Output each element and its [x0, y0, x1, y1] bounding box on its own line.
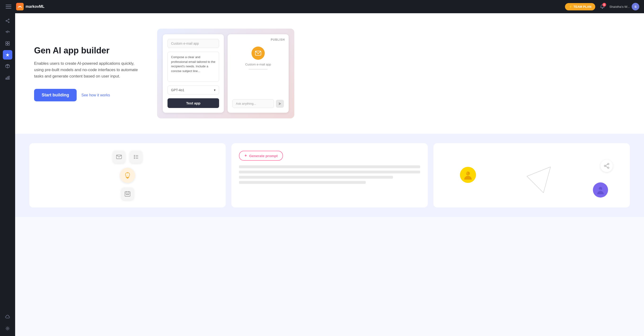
- notification-badge: 5: [602, 3, 606, 7]
- prompt-line-2: [239, 170, 420, 173]
- social-person1-avatar: [460, 167, 476, 183]
- team-plan-button[interactable]: ⚡ TEAM PLAN: [565, 3, 595, 10]
- svg-line-34: [527, 167, 550, 176]
- user-avatar: S: [632, 3, 639, 10]
- svg-rect-7: [6, 44, 7, 45]
- user-name: Shaistha's-W...: [610, 5, 630, 8]
- sidebar-item-cloud[interactable]: [3, 312, 12, 322]
- svg-rect-18: [134, 157, 135, 157]
- svg-rect-12: [7, 77, 8, 79]
- test-app-button[interactable]: Test app: [168, 98, 219, 108]
- main-content: Gen AI app builder Enables users to crea…: [15, 13, 644, 336]
- svg-line-36: [544, 167, 550, 193]
- preview-publish-side: PUBLISH Custom e-mail app Ask anything: [228, 34, 289, 113]
- sidebar-item-cube[interactable]: [3, 61, 12, 71]
- svg-rect-6: [8, 42, 10, 43]
- hamburger-menu[interactable]: [5, 3, 12, 10]
- topbar-right: ⚡ TEAM PLAN 5 Shaistha's-W... S: [565, 2, 639, 11]
- svg-line-4: [7, 21, 8, 22]
- sparkle-icon: ✦: [244, 154, 247, 158]
- publish-label: PUBLISH: [271, 38, 285, 41]
- ask-input[interactable]: Ask anything...: [232, 99, 274, 108]
- svg-point-43: [466, 172, 468, 174]
- sidebar: [0, 13, 15, 336]
- logo-mark: [16, 3, 24, 10]
- prompt-lines: [239, 166, 420, 184]
- feature-card-social: [434, 143, 630, 207]
- svg-rect-33: [128, 194, 129, 195]
- generate-prompt-button[interactable]: ✦ Generate prompt: [239, 151, 283, 161]
- feature-card-integrations: [29, 143, 226, 207]
- sidebar-item-settings[interactable]: [3, 324, 12, 333]
- svg-rect-11: [6, 78, 6, 79]
- svg-rect-5: [6, 42, 7, 43]
- integration-calendar-icon: [121, 188, 134, 200]
- integration-list-icon: [130, 151, 142, 163]
- full-width-wrapper: markovML ⚡ TEAM PLAN 5 Shaistha's-W... S: [0, 0, 644, 336]
- svg-rect-8: [8, 44, 10, 45]
- prompt-line-1: [239, 166, 420, 168]
- sidebar-item-activity[interactable]: [3, 27, 12, 37]
- svg-line-41: [606, 166, 608, 168]
- svg-point-2: [6, 20, 7, 21]
- integration-row-1: [113, 151, 142, 163]
- svg-point-37: [608, 163, 609, 165]
- app-name-underline: [249, 69, 268, 69]
- svg-point-1: [8, 22, 9, 23]
- sidebar-item-share[interactable]: [3, 16, 12, 25]
- start-building-button[interactable]: Start building: [34, 89, 77, 101]
- svg-point-42: [466, 171, 470, 175]
- prompt-line-3: [239, 176, 393, 179]
- ask-input-row: Ask anything...: [232, 99, 284, 108]
- preview-builder: Custom e-mail app Compose a clear and pr…: [163, 34, 224, 113]
- social-network: [441, 157, 622, 200]
- integration-icons: [37, 151, 218, 200]
- preview-card: Custom e-mail app Compose a clear and pr…: [157, 29, 294, 118]
- svg-point-38: [608, 167, 609, 168]
- social-person2-avatar: [593, 182, 608, 197]
- svg-rect-17: [134, 155, 135, 156]
- svg-point-14: [7, 328, 8, 329]
- svg-line-35: [527, 176, 544, 193]
- integration-brain-icon: [120, 168, 135, 183]
- preview-app-name-input[interactable]: Custom e-mail app: [168, 39, 219, 48]
- social-share-icon: [600, 160, 613, 172]
- integration-row-2: [121, 188, 134, 200]
- hero-text: Gen AI app builder Enables users to crea…: [34, 46, 143, 102]
- hero-section: Gen AI app builder Enables users to crea…: [15, 13, 644, 134]
- integration-email-icon: [113, 151, 125, 163]
- app-wrapper: markovML ⚡ TEAM PLAN 5 Shaistha's-W... S: [0, 0, 644, 336]
- sidebar-item-chart[interactable]: [3, 73, 12, 82]
- ask-send-button[interactable]: [276, 100, 284, 108]
- content-below-topbar: Gen AI app builder Enables users to crea…: [0, 13, 644, 336]
- svg-rect-32: [127, 194, 128, 195]
- hero-description: Enables users to create AI-powered appli…: [34, 60, 143, 80]
- app-icon-circle: [252, 46, 265, 60]
- generate-prompt-label: Generate prompt: [249, 154, 278, 158]
- app-name-label: Custom e-mail app: [245, 63, 271, 66]
- prompt-line-4: [239, 181, 366, 184]
- lower-section: ✦ Generate prompt: [15, 134, 644, 217]
- svg-rect-31: [126, 194, 127, 195]
- svg-rect-13: [8, 76, 10, 79]
- sidebar-item-ai-builder[interactable]: [3, 50, 12, 60]
- svg-point-0: [8, 19, 9, 20]
- svg-line-40: [606, 165, 608, 166]
- logo-text: markovML: [26, 4, 44, 9]
- notification-button[interactable]: 5: [598, 2, 606, 11]
- feature-card-generate-prompt: ✦ Generate prompt: [232, 143, 428, 207]
- topbar: markovML ⚡ TEAM PLAN 5 Shaistha's-W... S: [0, 0, 644, 13]
- sidebar-item-apps[interactable]: [3, 39, 12, 48]
- svg-point-39: [604, 165, 606, 167]
- svg-line-3: [7, 20, 8, 20]
- preview-prompt-textarea[interactable]: Compose a clear and professional email t…: [168, 52, 219, 82]
- see-how-link[interactable]: See how it works: [82, 93, 110, 97]
- user-area[interactable]: Shaistha's-W... S: [610, 3, 639, 10]
- hero-actions: Start building See how it works: [34, 89, 143, 101]
- hero-title: Gen AI app builder: [34, 46, 143, 55]
- preview-model-select[interactable]: GPT-4o1 ▾: [168, 86, 219, 95]
- topbar-left: markovML: [5, 3, 44, 10]
- topbar-logo: markovML: [16, 3, 44, 10]
- svg-rect-19: [134, 158, 135, 159]
